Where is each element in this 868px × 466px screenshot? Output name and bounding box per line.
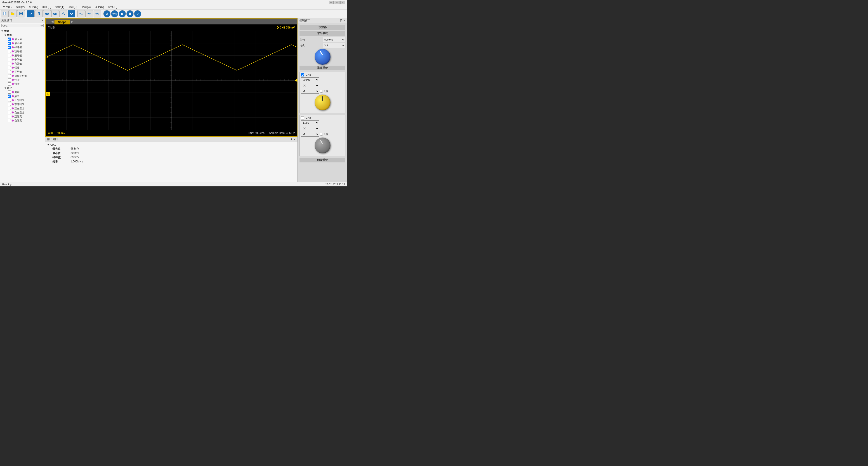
toolbar-pause[interactable]: ⏸ <box>126 10 133 18</box>
toolbar-run[interactable]: ▶ <box>119 10 126 18</box>
ch2-knob[interactable] <box>315 138 331 153</box>
cb-period[interactable] <box>8 90 11 94</box>
tree-item-minval: 最小值 <box>1 41 44 45</box>
menu-utility[interactable]: 辅助(U) <box>93 5 106 9</box>
sec-per-div-row: 秒/格 500.0ns 1μs 2μs <box>300 37 345 42</box>
menu-vertical[interactable]: 垂直(E) <box>40 5 53 9</box>
ch1-invert-checkbox[interactable] <box>320 90 323 92</box>
toolbar-auto[interactable]: AUTO <box>111 10 118 18</box>
output-close[interactable]: ✕ <box>293 138 296 141</box>
cb-overshoot[interactable] <box>8 78 11 82</box>
cb-midval[interactable] <box>8 58 11 61</box>
datetime-text: 25-02-2022 23:25 <box>325 183 345 186</box>
menu-file[interactable]: 文件(F) <box>1 5 13 9</box>
diamond-risetime <box>11 99 14 101</box>
cb-freq[interactable] <box>8 94 11 98</box>
toolbar-func[interactable] <box>68 10 75 18</box>
toolbar-wave3[interactable] <box>94 10 101 18</box>
cb-maxval[interactable] <box>8 37 11 41</box>
scope-tab-scope[interactable]: Scope <box>55 20 70 24</box>
menu-help[interactable]: 帮助(H) <box>106 5 119 9</box>
format-select[interactable]: Y-T X-Y <box>323 43 345 48</box>
tree-item-negduty: 负占空比 <box>1 110 44 114</box>
cb-negwidth[interactable] <box>8 119 11 122</box>
horizontal-knob[interactable] <box>315 49 331 65</box>
toolbar-sine[interactable] <box>77 10 85 18</box>
diamond-poswidth <box>11 115 14 118</box>
menu-cursor[interactable]: 光标(C) <box>80 5 93 9</box>
oscilloscope-label: 示波器 <box>300 25 345 30</box>
toolbar-r[interactable]: R <box>35 10 43 18</box>
toolbar-wave2[interactable] <box>86 10 93 18</box>
ctrl-float[interactable]: 🗗 <box>340 19 342 22</box>
toolbar-triangle[interactable] <box>59 10 67 18</box>
toolbar-autoset[interactable]: ⟳ <box>27 10 35 18</box>
trigger-system-label: 触发系统 <box>300 158 345 163</box>
menu-display[interactable]: 显示(D) <box>66 5 79 9</box>
output-ch1-collapse[interactable]: ▼ <box>47 143 50 146</box>
cb-negduty[interactable] <box>8 111 11 114</box>
measurement-close[interactable]: ✕ <box>41 19 43 22</box>
output-freq-row: 频率 1.000MHz <box>47 160 296 164</box>
format-label: 格式 <box>300 44 305 47</box>
ch1-section-label: CH1 <box>306 73 311 77</box>
toolbar-save[interactable] <box>17 10 25 18</box>
tree-item-botval: 底端值 <box>1 53 44 57</box>
toolbar-help[interactable]: ? <box>134 10 141 18</box>
toolbar-reset[interactable]: ↺ <box>103 10 111 18</box>
sec-per-div-select[interactable]: 500.0ns 1μs 2μs <box>323 37 345 42</box>
cb-mean[interactable] <box>8 70 11 73</box>
ch2-enable-checkbox[interactable] <box>301 116 304 119</box>
output-ch1-label: CH1 <box>51 143 56 146</box>
channel-select[interactable]: CH1 CH2 <box>1 24 43 27</box>
expand-horizontal[interactable]: ▼ <box>4 87 6 89</box>
diamond-minval <box>11 42 14 44</box>
ch1-knob[interactable] <box>315 94 331 110</box>
tree-type-label: 类型 <box>4 29 9 33</box>
ch2-coupling-select[interactable]: DC AC GND <box>301 126 319 131</box>
toolbar-open[interactable] <box>9 10 17 18</box>
ch2-probe-select[interactable]: x1 x10 <box>301 132 319 137</box>
tab-right-arrow[interactable]: ▶ <box>70 20 74 23</box>
cb-minval[interactable] <box>8 41 11 45</box>
trigger-level-arrow[interactable] <box>295 79 298 82</box>
ch1-probe-select[interactable]: x1 x10 <box>301 89 319 94</box>
ctrl-close[interactable]: ✕ <box>343 19 345 22</box>
main-layout: 测量窗口 ✕ CH1 CH2 ▼ 类型 ▼ 垂直 <box>0 18 347 182</box>
ch1-coupling-select[interactable]: DC AC GND <box>301 83 319 88</box>
tab-left-arrow[interactable]: ◀ <box>50 20 55 23</box>
maximize-button[interactable]: □ <box>335 1 340 4</box>
cb-preshoot[interactable] <box>8 82 11 86</box>
minimize-button[interactable]: — <box>329 1 334 4</box>
expand-root[interactable]: ▼ <box>1 30 3 32</box>
cb-risetime[interactable] <box>8 99 11 102</box>
output-window: 输出窗口 🗗 ✕ ▼ CH1 最大值 988mV 最小值 298mV <box>45 137 298 182</box>
cb-falltime[interactable] <box>8 103 11 106</box>
menu-horizontal[interactable]: 水平(O) <box>27 5 40 9</box>
expand-vertical[interactable]: ▼ <box>4 34 6 36</box>
scope-content: Trig'D CH1 706mV 1 CH1— 50 <box>46 24 297 136</box>
cb-cyclemean[interactable] <box>8 74 11 77</box>
output-float[interactable]: 🗗 <box>290 138 292 141</box>
toolbar-square2[interactable] <box>51 10 59 18</box>
menu-view[interactable]: 视图(V) <box>14 5 26 9</box>
format-row: 格式 Y-T X-Y <box>300 43 345 48</box>
ch1-enable-checkbox[interactable] <box>301 73 304 77</box>
cb-rmsval[interactable] <box>8 62 11 65</box>
ch1-scale-select[interactable]: 500mV 1V 2V <box>301 77 319 82</box>
cb-amplitude[interactable] <box>8 66 11 69</box>
ch2-invert-checkbox[interactable] <box>320 133 323 136</box>
cb-posduty[interactable] <box>8 107 11 110</box>
control-window: 控制窗口 🗗 ✕ 示波器 水平系统 秒/格 500.0ns 1μs 2μs 格式 <box>298 18 347 182</box>
ch2-scale-select[interactable]: 1.00V 500mV 2V <box>301 120 319 125</box>
menu-trigger[interactable]: 触发(T) <box>54 5 66 9</box>
toolbar-square[interactable] <box>43 10 51 18</box>
cb-poswidth[interactable] <box>8 115 11 118</box>
measurement-channel-selector[interactable]: CH1 CH2 <box>0 23 45 28</box>
cb-topval[interactable] <box>8 50 11 53</box>
close-button[interactable]: ✕ <box>340 1 345 4</box>
tree-item-risetime: 上升时间 <box>1 98 44 102</box>
cb-botval[interactable] <box>8 54 11 57</box>
cb-peakpeak[interactable] <box>8 46 11 49</box>
toolbar-new[interactable] <box>1 10 8 18</box>
